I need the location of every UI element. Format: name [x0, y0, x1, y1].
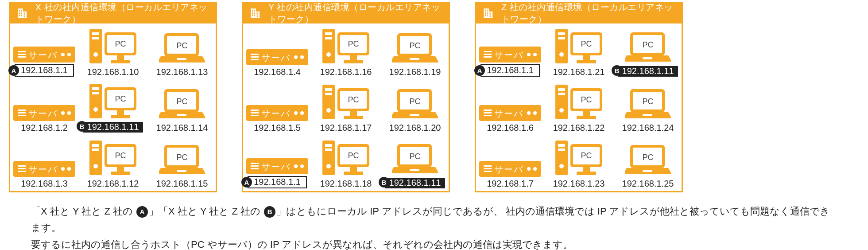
device-cell: PC192.168.1.15: [147, 135, 217, 191]
desktop-pc-icon: PC: [322, 141, 369, 177]
building-icon: [249, 7, 260, 20]
ip-address: 192.168.1.10: [87, 67, 139, 77]
desktop-pc-icon: PC: [555, 141, 602, 177]
ip-address: 192.168.1.19: [389, 67, 441, 77]
device-cell: サーバ192.168.1.1A: [243, 135, 311, 191]
ip-address: 192.168.1.4: [254, 67, 301, 77]
ip-address: 192.168.1.11: [83, 122, 143, 133]
desktop-pc-icon: PC: [89, 141, 136, 177]
badge-a-icon: A: [474, 65, 485, 76]
device-cell: PC192.168.1.25: [613, 135, 682, 191]
ip-address: 192.168.1.11: [618, 66, 678, 77]
ip-address: 192.168.1.1: [480, 64, 540, 77]
ip-address: 192.168.1.7: [487, 179, 534, 188]
ip-address: 192.168.1.23: [553, 179, 605, 188]
ip-address: 192.168.1.1: [15, 64, 74, 77]
lan-panel-x: X 社の社内通信環境（ローカルエリアネットワーク）サーバ192.168.1.1A…: [9, 2, 217, 192]
building-icon: [16, 7, 27, 20]
laptop-pc-icon: PC: [392, 89, 438, 121]
panel-body: サーバ192.168.1.1APC192.168.1.21PC192.168.1…: [476, 23, 682, 191]
ip-address: 192.168.1.20: [389, 123, 441, 133]
footer-text: 「X 社と Y 社と Z 社の A」「X 社と Y 社と Z 社の B」はともに…: [31, 203, 837, 250]
device-cell: サーバ192.168.1.1A: [476, 23, 544, 79]
server-icon: サーバ: [13, 105, 75, 121]
device-cell: PC192.168.1.24: [613, 79, 682, 135]
ip-address: 192.168.1.5: [254, 123, 301, 133]
panel-header: Z 社の社内通信環境（ローカルエリアネットワーク）: [476, 3, 682, 23]
panel-title: X 社の社内通信環境（ローカルエリアネットワーク）: [35, 1, 216, 25]
footer-line1b: 」「X 社と Y 社と Z 社の: [149, 206, 263, 217]
server-icon: サーバ: [246, 105, 308, 121]
ip-address: 192.168.1.17: [320, 123, 372, 133]
footer-line2: 要するに社内の通信し合うホスト（PC やサーバ）の IP アドレスが異なれば、そ…: [31, 236, 837, 250]
badge-a-icon: A: [8, 65, 19, 76]
ip-address: 192.168.1.6: [487, 123, 534, 133]
device-cell: PC192.168.1.21: [544, 23, 613, 79]
desktop-pc-icon: PC: [555, 85, 602, 121]
device-cell: PC192.168.1.14: [147, 79, 217, 135]
device-cell: サーバ192.168.1.4: [243, 23, 311, 79]
server-icon: サーバ: [13, 47, 75, 62]
device-cell: サーバ192.168.1.7: [476, 135, 544, 191]
device-cell: PC192.168.1.19: [380, 23, 450, 79]
desktop-pc-icon: PC: [322, 29, 369, 65]
device-cell: PC192.168.1.12: [78, 135, 147, 191]
ip-address: 192.168.1.1: [248, 176, 307, 188]
ip-address: 192.168.1.16: [320, 67, 372, 77]
device-cell: PC192.168.1.11B: [613, 23, 682, 79]
server-icon: サーバ: [246, 49, 308, 65]
building-icon: [482, 7, 493, 20]
ip-address: 192.168.1.21: [553, 67, 605, 77]
panel-title: Y 社の社内通信環境（ローカルエリアネットワーク）: [268, 1, 449, 25]
device-cell: PC192.168.1.10: [78, 23, 147, 79]
ip-address: 192.168.1.14: [156, 123, 208, 133]
desktop-pc-icon: PC: [322, 85, 369, 121]
device-cell: PC192.168.1.11B: [78, 79, 147, 135]
server-icon: サーバ: [479, 161, 541, 177]
device-cell: サーバ192.168.1.1A: [10, 23, 78, 79]
device-cell: PC192.168.1.16: [311, 23, 380, 79]
device-cell: PC192.168.1.20: [380, 79, 450, 135]
device-cell: サーバ192.168.1.6: [476, 79, 544, 135]
badge-b-icon: B: [77, 121, 87, 132]
ip-address: 192.168.1.11: [385, 178, 446, 188]
laptop-pc-icon: PC: [392, 144, 438, 176]
panel-body: サーバ192.168.1.1APC192.168.1.10PC192.168.1…: [10, 23, 216, 191]
ip-address: 192.168.1.3: [21, 179, 68, 188]
panel-body: サーバ192.168.1.4PC192.168.1.16PC192.168.1.…: [243, 23, 449, 191]
server-icon: サーバ: [479, 105, 541, 121]
ip-address: 192.168.1.22: [553, 123, 605, 133]
badge-a-icon: A: [136, 206, 148, 218]
lan-panel-y: Y 社の社内通信環境（ローカルエリアネットワーク）サーバ192.168.1.4P…: [242, 2, 450, 192]
desktop-pc-icon: PC: [89, 29, 136, 65]
ip-address: 192.168.1.12: [87, 179, 139, 188]
laptop-pc-icon: PC: [392, 33, 438, 65]
ip-address: 192.168.1.18: [320, 179, 372, 188]
badge-b-icon: B: [264, 206, 275, 218]
desktop-pc-icon: PC: [89, 84, 136, 120]
laptop-pc-icon: PC: [625, 32, 671, 64]
ip-address: 192.168.1.15: [156, 179, 208, 188]
server-icon: サーバ: [13, 161, 75, 177]
badge-a-icon: A: [241, 177, 252, 188]
laptop-pc-icon: PC: [159, 145, 205, 177]
lan-panel-z: Z 社の社内通信環境（ローカルエリアネットワーク）サーバ192.168.1.1A…: [475, 2, 683, 192]
laptop-pc-icon: PC: [159, 89, 205, 121]
device-cell: PC192.168.1.11B: [380, 135, 450, 191]
laptop-pc-icon: PC: [625, 145, 671, 177]
ip-address: 192.168.1.24: [622, 123, 674, 133]
device-cell: サーバ192.168.1.3: [10, 135, 78, 191]
server-icon: サーバ: [479, 47, 541, 62]
desktop-pc-icon: PC: [555, 29, 602, 65]
panel-header: X 社の社内通信環境（ローカルエリアネットワーク）: [10, 3, 216, 23]
device-cell: PC192.168.1.22: [544, 79, 613, 135]
panel-title: Z 社の社内通信環境（ローカルエリアネットワーク）: [501, 1, 682, 25]
panel-header: Y 社の社内通信環境（ローカルエリアネットワーク）: [243, 3, 449, 23]
device-cell: サーバ192.168.1.5: [243, 79, 311, 135]
ip-address: 192.168.1.25: [622, 179, 674, 188]
ip-address: 192.168.1.13: [156, 67, 208, 77]
laptop-pc-icon: PC: [159, 33, 205, 65]
badge-b-icon: B: [612, 65, 622, 76]
badge-b-icon: B: [379, 177, 389, 188]
device-cell: PC192.168.1.18: [311, 135, 380, 191]
